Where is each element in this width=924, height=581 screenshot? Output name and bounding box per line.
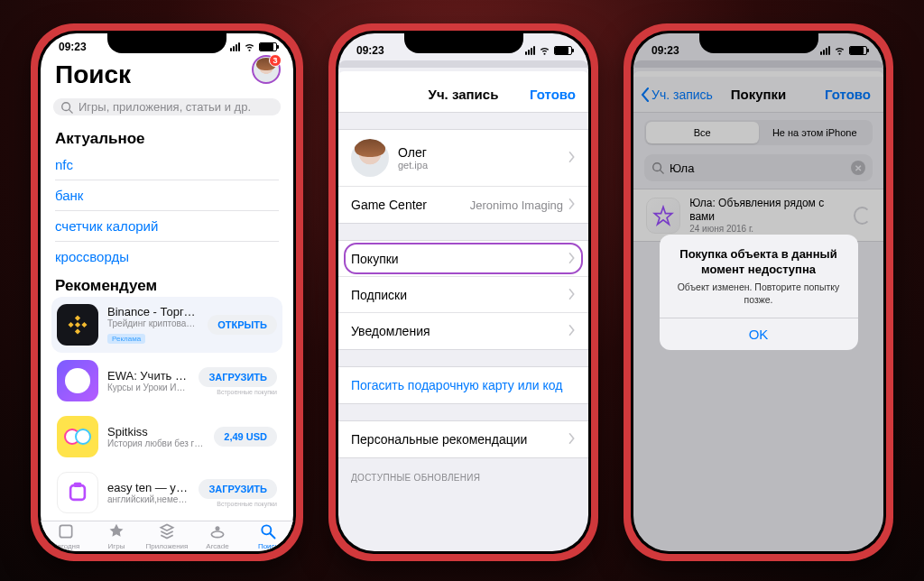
trending-item[interactable]: кроссворды (55, 242, 279, 272)
apps-icon (158, 522, 176, 540)
cellular-icon (525, 46, 535, 55)
cell-label: Погасить подарочную карту или код (351, 378, 562, 392)
svg-rect-2 (75, 322, 80, 327)
cell-label: Персональные рекомендации (351, 432, 527, 447)
tab-today[interactable]: Сегодня (41, 521, 91, 551)
cell-label: Game Center (351, 198, 427, 212)
avatar-badge: 3 (269, 54, 282, 67)
notifications-cell[interactable]: Уведомления (338, 313, 588, 349)
app-subtitle: английский,немецкий,испанск... (107, 494, 189, 504)
chevron-right-icon (568, 151, 576, 165)
iap-label: Встроенные покупки (199, 501, 277, 507)
status-time: 09:23 (59, 41, 87, 53)
svg-rect-4 (75, 329, 80, 335)
app-card[interactable]: Binance - Торговля Битком... Трейдинг кр… (51, 297, 282, 353)
svg-rect-5 (68, 322, 73, 327)
app-subtitle: Трейдинг криптовалют (107, 318, 199, 328)
svg-rect-8 (74, 483, 82, 487)
iap-label: Встроенные покупки (199, 389, 277, 395)
app-icon-binance (57, 304, 98, 346)
tab-apps[interactable]: Приложения (142, 521, 192, 551)
phone-search: 09:23 Поиск 3 Игры, приложения, статьи и… (31, 23, 303, 561)
get-button[interactable]: ЗАГРУЗИТЬ (199, 367, 277, 387)
cell-label: Подписки (351, 288, 407, 302)
games-icon (107, 522, 125, 540)
wifi-icon (539, 46, 550, 55)
notch (107, 33, 226, 53)
nav-bar: Уч. запись Готово (338, 77, 588, 113)
trending-item[interactable]: банк (55, 180, 279, 211)
chevron-right-icon (568, 252, 576, 266)
avatar-icon (351, 139, 389, 177)
svg-rect-3 (75, 316, 80, 321)
battery-icon (259, 42, 277, 51)
get-button[interactable]: ЗАГРУЗИТЬ (199, 479, 277, 499)
modal-dim: Покупка объекта в данный момент недоступ… (633, 33, 883, 551)
alert-dialog: Покупка объекта в данный момент недоступ… (660, 235, 858, 349)
chevron-right-icon (568, 432, 576, 447)
alert-ok-button[interactable]: OK (660, 318, 858, 350)
open-button[interactable]: ОТКРЫТЬ (208, 315, 277, 335)
app-subtitle: История любви без границ (107, 438, 205, 448)
chevron-right-icon (568, 324, 576, 338)
app-icon-spitkiss (57, 416, 98, 457)
cell-label: Уведомления (351, 324, 430, 338)
updates-header: ДОСТУПНЫЕ ОБНОВЛЕНИЯ (338, 458, 588, 488)
phone-account: 09:23 Уч. запись Готово Олег get.ipa Gam… (328, 23, 598, 561)
cellular-icon (230, 42, 240, 51)
battery-icon (554, 46, 572, 55)
trending-item[interactable]: nfc (55, 150, 279, 180)
phone-purchases: 09:23 Уч. запись Покупки Готово Все Не н… (624, 23, 893, 561)
trending-item[interactable]: счетчик калорий (55, 211, 279, 242)
tab-arcade[interactable]: Arcade (192, 521, 243, 551)
app-icon-easyten (57, 472, 98, 513)
notch (699, 33, 818, 53)
purchases-cell[interactable]: Покупки (338, 241, 588, 277)
section-recs-title: Рекомендуем (41, 272, 293, 297)
app-subtitle: Курсы и Уроки Испанского Яз... (107, 383, 189, 392)
subscriptions-cell[interactable]: Подписки (338, 277, 588, 313)
chevron-right-icon (568, 288, 576, 302)
cell-value: Jeronimo Imaging (470, 198, 563, 212)
app-title: Spitkiss (107, 425, 205, 438)
app-title: Binance - Торговля Битком... (107, 305, 199, 318)
app-card[interactable]: Spitkiss История любви без границ 2,49 U… (51, 409, 282, 465)
profile-cell[interactable]: Олег get.ipa (338, 130, 588, 187)
tab-bar: Сегодня Игры Приложения Arcade Поиск (41, 521, 293, 551)
app-card[interactable]: easy ten — учи 10 слов в день английский… (51, 465, 282, 521)
search-icon (60, 101, 73, 114)
gamecenter-cell[interactable]: Game Center Jeronimo Imaging (338, 187, 588, 223)
account-avatar[interactable]: 3 (252, 55, 281, 84)
page-title: Поиск (55, 60, 279, 89)
profile-sub: get.ipa (398, 160, 428, 171)
profile-name: Олег (398, 145, 428, 160)
search-placeholder: Игры, приложения, статьи и др. (79, 100, 251, 114)
svg-rect-7 (70, 485, 85, 500)
svg-point-11 (216, 526, 220, 530)
chevron-right-icon (568, 198, 576, 212)
alert-message: Объект изменен. Повторите попытку позже. (660, 281, 858, 317)
done-button[interactable]: Готово (530, 87, 576, 102)
notch (404, 33, 523, 53)
arcade-icon (208, 522, 226, 540)
app-card[interactable]: EWA: Учить Английский с нуля Курсы и Уро… (51, 353, 282, 409)
cell-label: Покупки (351, 252, 399, 266)
app-title: easy ten — учи 10 слов в день (107, 481, 189, 494)
tab-games[interactable]: Игры (91, 521, 142, 551)
wifi-icon (244, 42, 255, 51)
nav-title: Уч. запись (429, 87, 499, 102)
personal-recs-cell[interactable]: Персональные рекомендации (338, 421, 588, 457)
svg-point-10 (211, 531, 223, 538)
section-trending-title: Актуальное (41, 124, 293, 150)
ad-badge: Реклама (107, 334, 145, 344)
status-time: 09:23 (356, 44, 384, 57)
alert-title: Покупка объекта в данный момент недоступ… (660, 235, 858, 281)
tab-search[interactable]: Поиск (243, 521, 293, 551)
svg-rect-6 (81, 322, 87, 327)
svg-line-13 (271, 534, 275, 539)
redeem-cell[interactable]: Погасить подарочную карту или код (338, 367, 588, 403)
app-icon-ewa (57, 360, 98, 401)
search-input[interactable]: Игры, приложения, статьи и др. (53, 98, 281, 115)
svg-line-1 (69, 109, 73, 113)
price-button[interactable]: 2,49 USD (214, 427, 277, 447)
